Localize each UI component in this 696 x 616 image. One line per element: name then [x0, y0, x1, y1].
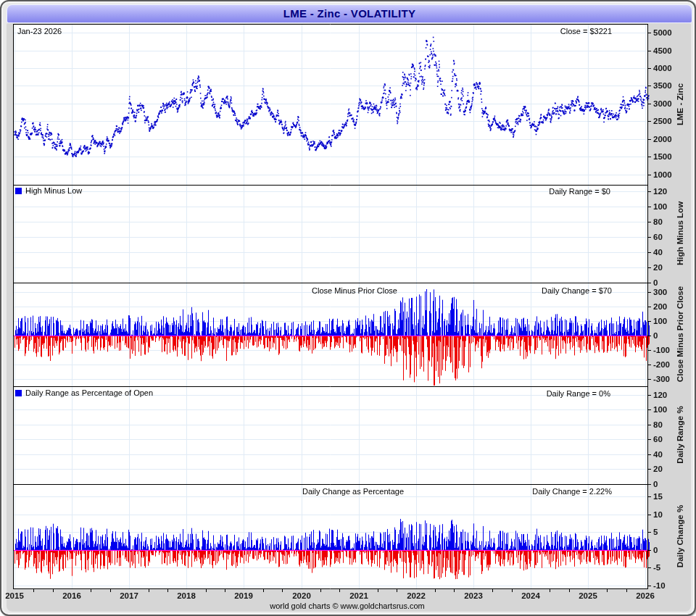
y-tick-label: 60: [653, 435, 663, 444]
x-tick-label: 2024: [515, 591, 547, 600]
y-tick-label: 2000: [653, 135, 672, 143]
x-tick-label: 2021: [343, 591, 375, 600]
y-tick-label: 4500: [653, 46, 672, 55]
y-tick-label: 100: [653, 405, 667, 414]
y-tick-label: 120: [653, 391, 667, 399]
y-tick-label: 5: [653, 528, 658, 536]
y-tick-label: 5000: [653, 28, 672, 37]
y-tick-label: 15: [653, 492, 663, 501]
daily-change-annotation: Daily Change = $70: [542, 286, 612, 295]
y-tick-label: -10: [653, 581, 666, 590]
x-tick-label: 2020: [286, 591, 318, 600]
y-tick-label: -300: [653, 375, 670, 383]
x-tick-label: 2022: [400, 591, 432, 600]
y-axis-label-daily-change-pct: Daily Change %: [676, 464, 686, 609]
daily-change-pct-annotation: Daily Change = 2.22%: [532, 487, 612, 496]
y-tick-label: 3500: [653, 81, 672, 90]
x-tick-label: 2023: [457, 591, 489, 600]
x-tick-label: 2017: [113, 591, 145, 600]
y-tick-label: 120: [653, 187, 667, 196]
y-tick-label: -100: [653, 346, 670, 354]
date-annotation: Jan-23 2026: [17, 27, 62, 36]
x-tick-label: 2019: [228, 591, 260, 600]
x-tick-label: 2026: [629, 591, 661, 600]
panel-title-close-minus-prior-close: Close Minus Prior Close: [282, 286, 427, 295]
y-tick-label: 1500: [653, 152, 672, 161]
y-tick-label: 10: [653, 510, 663, 519]
y-tick-label: 0: [653, 546, 658, 554]
labels-layer: Jan-23 2026 Close = $3221 High Minus Low…: [0, 0, 696, 616]
x-tick-label: 2025: [572, 591, 604, 600]
y-tick-label: 0: [653, 331, 658, 340]
legend-swatch-icon: [15, 188, 22, 194]
legend-high-minus-low: High Minus Low: [15, 186, 82, 195]
legend-swatch-icon: [15, 390, 22, 396]
x-tick-label: 2015: [0, 591, 30, 600]
y-tick-label: 20: [653, 263, 663, 272]
y-axis-label-price: LME - Zinc: [676, 32, 686, 177]
y-tick-label: 0: [653, 278, 658, 287]
x-tick-label: 2018: [170, 591, 202, 600]
y-tick-label: 40: [653, 450, 663, 459]
y-tick-label: 100: [653, 202, 667, 211]
y-tick-label: 80: [653, 217, 663, 226]
y-tick-label: 4000: [653, 64, 672, 72]
y-tick-label: 1000: [653, 170, 672, 179]
legend-label-daily-range-pct: Daily Range as Percentage of Open: [25, 388, 153, 397]
y-tick-label: 3000: [653, 99, 672, 108]
y-tick-label: 2500: [653, 117, 672, 125]
y-tick-label: 60: [653, 233, 663, 241]
y-tick-label: 100: [653, 317, 667, 325]
y-tick-label: 40: [653, 248, 663, 257]
y-tick-label: 300: [653, 288, 667, 296]
y-tick-label: 20: [653, 465, 663, 473]
close-price-annotation: Close = $3221: [560, 27, 612, 36]
x-tick-label: 2016: [56, 591, 88, 600]
y-tick-label: 80: [653, 420, 663, 429]
legend-daily-range-pct: Daily Range as Percentage of Open: [15, 388, 153, 397]
y-tick-label: -200: [653, 360, 670, 369]
y-tick-label: -5: [653, 563, 660, 572]
y-tick-label: 0: [653, 480, 658, 488]
legend-label-high-minus-low: High Minus Low: [25, 186, 82, 195]
daily-range-annotation: Daily Range = $0: [549, 187, 610, 196]
footer-credit: world gold charts © www.goldchartsrus.co…: [5, 602, 689, 610]
y-tick-label: 200: [653, 302, 667, 311]
daily-range-pct-annotation: Daily Range = 0%: [547, 389, 610, 398]
panel-title-daily-change-pct: Daily Change as Percentage: [281, 487, 426, 496]
